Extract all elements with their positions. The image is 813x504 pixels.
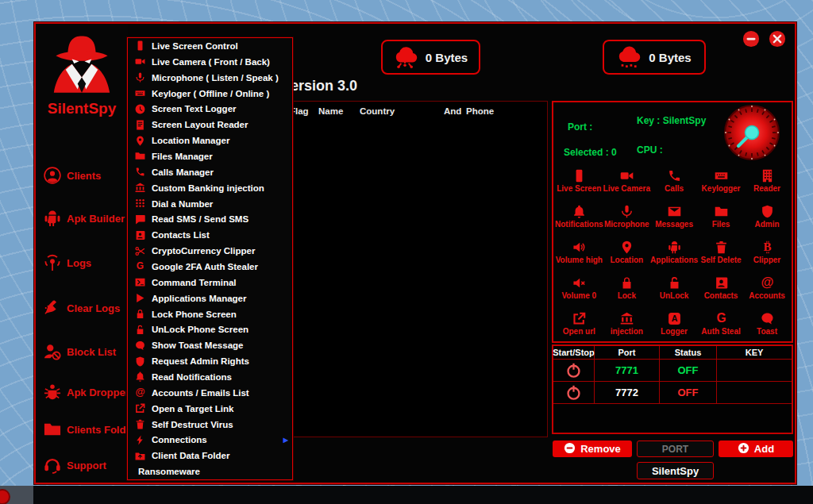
selected-label: Selected : 0 [564,147,617,158]
action-self-delete[interactable]: Self Delete [698,234,744,270]
action-label: Microphone [604,220,649,229]
menu-item-screen-text-logger[interactable]: Screen Text Logger [128,101,292,117]
action-calls[interactable]: Calls [650,163,698,198]
action-clipper[interactable]: BClipper [744,234,790,270]
action-files[interactable]: Files [698,198,744,234]
received-bytes-badge[interactable]: 0 Bytes [381,40,480,75]
action-toast[interactable]: Toast [744,306,790,341]
key-field[interactable]: SilentSpy [637,462,714,479]
sidebar-item-clients[interactable]: Clients [44,164,101,187]
sidebar-item-logs[interactable]: Logs [44,252,91,274]
action-volume-high[interactable]: Volume high [555,234,603,270]
remove-button[interactable]: Remove [553,441,632,457]
menu-item-contacts-list[interactable]: Contacts List [128,227,292,243]
menu-item-applications-manager[interactable]: Applications Manager [128,290,292,306]
menu-item-google-2fa-auth-stealer[interactable]: GGoogle 2FA Auth Stealer [128,259,292,275]
action-messages[interactable]: Messages [650,198,698,234]
port-row-1-power[interactable] [553,360,595,382]
menu-item-connections[interactable]: Connections▶ [128,432,292,448]
sidebar-item-label: Block List [67,346,116,358]
menu-item-self-destruct-virus[interactable]: Self Destruct Virus [128,417,292,433]
menu-item-calls-manager[interactable]: Calls Manager [128,164,292,180]
action-label: Contacts [704,291,738,300]
action-accounts[interactable]: @Accounts [744,270,790,306]
action-lock[interactable]: Lock [603,270,650,306]
menu-item-location-manager[interactable]: Location Manager [128,133,292,148]
action-contacts[interactable]: Contacts [698,270,744,306]
add-button[interactable]: Add [719,441,793,457]
menu-item-open-a-target-link[interactable]: Open a Target Link [128,401,292,417]
cpu-label: CPU : [637,144,663,156]
menu-item-lock-phone-screen[interactable]: Lock Phone Screen [128,306,292,322]
menu-item-label: Request Admin Rights [152,356,249,366]
bug-icon [44,383,61,401]
menu-item-unlock-phone-screen[interactable]: UnLock Phone Screen [128,321,292,337]
minimize-button[interactable] [742,30,760,48]
action-reader[interactable]: Reader [744,163,790,198]
menu-item-custom-banking-injection[interactable]: Custom Banking injection [128,180,292,196]
menu-item-live-camera-front-back[interactable]: Live Camera ( Front / Back) [128,54,292,70]
add-button-label: Add [754,443,774,455]
action-label: Notifications [555,220,603,229]
svg-text:G: G [137,261,144,271]
menu-item-label: Calls Manager [152,167,214,177]
keyboard-icon [135,88,145,98]
action-auth-steal[interactable]: GAuth Steal [698,306,744,341]
menu-item-dial-a-number[interactable]: Dial a Number [128,196,292,212]
port-input[interactable] [637,441,714,457]
action-applications[interactable]: Applications [650,234,698,270]
menu-item-live-screen-control[interactable]: Live Screen Control [128,38,292,54]
action-unlock[interactable]: UnLock [650,270,698,306]
menu-item-command-terminal[interactable]: Command Terminal [128,275,292,290]
menu-item-request-admin-rights[interactable]: Request Admin Rights [128,353,292,369]
external-link-icon [572,312,586,325]
sidebar-item-apk-builder[interactable]: Apk Builder [44,207,125,229]
action-open-url[interactable]: Open url [555,306,603,341]
port-row-2-power[interactable] [553,382,595,404]
bank-icon [620,312,634,325]
menu-item-accounts-emails-list[interactable]: @Accounts / Emails List [128,385,292,401]
action-location[interactable]: Location [603,234,650,270]
sent-bytes-badge[interactable]: 0 Bytes [603,40,706,75]
action-injection[interactable]: injection [603,306,650,341]
menu-item-show-toast-message[interactable]: Show Toast Message [128,337,292,353]
action-keylogger[interactable]: Keylogger [698,163,744,198]
menu-item-keyloger-offline-online[interactable]: Keyloger ( Offline / Online ) [128,86,292,102]
bitcoin-icon: B [761,240,774,254]
android-icon [668,240,681,254]
action-microphone[interactable]: Microphone [603,198,650,234]
action-label: Logger [661,327,688,336]
sidebar-item-block-list[interactable]: Block List [44,340,116,363]
menu-item-microphone-listen-speak[interactable]: Microphone ( Listen / Speak ) [128,70,292,86]
menu-item-files-manager[interactable]: Files Manager [128,148,292,164]
sidebar-item-clear-logs[interactable]: Clear Logs [44,297,120,319]
bank-icon [135,183,145,193]
menu-item-read-notifications[interactable]: Read Notifications [128,369,292,385]
action-admin[interactable]: Admin [744,198,790,234]
sidebar-item-clients-folder[interactable]: Clients Folder [44,418,136,441]
unlock-icon [668,276,681,290]
action-notifications[interactable]: Notifications [555,198,603,234]
menu-item-cryptocurrency-clipper[interactable]: CryptoCurrency Clipper [128,243,292,259]
action-live-screen[interactable]: Live Screen [555,163,603,198]
menu-item-label: Accounts / Emails List [152,388,249,398]
sidebar-item-apk-dropper[interactable]: Apk Dropper [44,381,129,403]
action-logger[interactable]: ALogger [650,306,698,341]
action-live-camera[interactable]: Live Camera [603,163,650,198]
menu-item-label: Show Toast Message [152,340,243,350]
action-label: Clipper [753,256,780,264]
sidebar-item-support[interactable]: Support [44,454,106,476]
client-list[interactable]: Flag Name Country And Phone [286,101,548,437]
menu-item-client-data-folder[interactable]: Client Data Folder [128,448,292,464]
menu-item-screen-layout-reader[interactable]: Screen Layout Reader [128,117,292,133]
menu-item-read-sms-send-sms[interactable]: Read SMS / Send SMS [128,211,292,227]
close-button[interactable] [769,30,786,48]
svg-text:A: A [671,314,677,323]
folder-icon [44,421,61,438]
client-list-header: Flag Name Country And Phone [287,106,547,121]
menu-item-label: Connections [152,435,207,444]
svg-text:@: @ [761,276,773,289]
action-volume-0[interactable]: Volume 0 [555,270,603,306]
action-label: Live Screen [557,184,601,193]
menu-item-ransomeware[interactable]: Ransomeware [128,464,292,479]
